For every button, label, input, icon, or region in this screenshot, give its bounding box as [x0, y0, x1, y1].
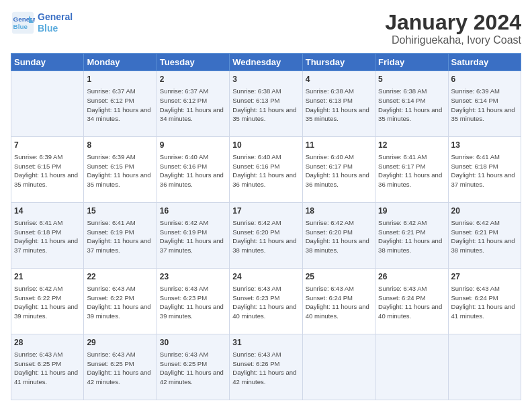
calendar-cell — [375, 334, 448, 400]
svg-text:Blue: Blue — [13, 23, 28, 30]
cell-info: Sunrise: 6:42 AMSunset: 6:20 PMDaylight:… — [306, 218, 372, 255]
day-number: 17 — [232, 205, 299, 217]
day-number: 14 — [14, 205, 81, 217]
day-number: 6 — [451, 74, 518, 85]
cell-info: Sunrise: 6:43 AMSunset: 6:26 PMDaylight:… — [232, 350, 299, 387]
header-cell-thursday: Thursday — [302, 54, 375, 71]
header-cell-tuesday: Tuesday — [157, 54, 229, 71]
calendar-cell: 27Sunrise: 6:43 AMSunset: 6:24 PMDayligh… — [448, 269, 521, 334]
header-cell-monday: Monday — [84, 54, 157, 71]
calendar-cell: 19Sunrise: 6:42 AMSunset: 6:21 PMDayligh… — [375, 203, 448, 269]
cell-info: Sunrise: 6:39 AMSunset: 6:14 PMDaylight:… — [451, 87, 518, 124]
calendar-cell: 26Sunrise: 6:43 AMSunset: 6:24 PMDayligh… — [375, 269, 448, 334]
day-number: 2 — [160, 74, 226, 85]
title-block: January 2024 Dohiriguekaha, Ivory Coast — [385, 11, 521, 46]
day-number: 11 — [306, 140, 372, 151]
calendar-cell: 15Sunrise: 6:41 AMSunset: 6:19 PMDayligh… — [84, 203, 157, 269]
page: General Blue General Blue January 2024 D… — [0, 0, 532, 411]
day-number: 31 — [232, 337, 299, 349]
calendar-subtitle: Dohiriguekaha, Ivory Coast — [385, 34, 521, 46]
header: General Blue General Blue January 2024 D… — [11, 11, 521, 46]
day-number: 13 — [451, 140, 518, 151]
calendar-cell: 11Sunrise: 6:40 AMSunset: 6:17 PMDayligh… — [302, 137, 375, 203]
day-number: 12 — [378, 140, 445, 151]
day-number: 22 — [87, 271, 153, 283]
calendar-cell: 10Sunrise: 6:40 AMSunset: 6:16 PMDayligh… — [230, 137, 302, 203]
calendar-cell: 2Sunrise: 6:37 AMSunset: 6:12 PMDaylight… — [157, 71, 229, 137]
cell-info: Sunrise: 6:43 AMSunset: 6:23 PMDaylight:… — [160, 284, 226, 321]
cell-info: Sunrise: 6:42 AMSunset: 6:20 PMDaylight:… — [232, 218, 299, 255]
week-row-1: 7Sunrise: 6:39 AMSunset: 6:15 PMDaylight… — [11, 137, 521, 203]
cell-info: Sunrise: 6:42 AMSunset: 6:22 PMDaylight:… — [14, 284, 81, 321]
day-number: 10 — [232, 140, 299, 151]
cell-info: Sunrise: 6:42 AMSunset: 6:19 PMDaylight:… — [160, 218, 226, 255]
calendar-cell: 4Sunrise: 6:38 AMSunset: 6:13 PMDaylight… — [302, 71, 375, 137]
day-number: 24 — [232, 271, 299, 283]
calendar-cell: 12Sunrise: 6:41 AMSunset: 6:17 PMDayligh… — [375, 137, 448, 203]
cell-info: Sunrise: 6:38 AMSunset: 6:13 PMDaylight:… — [306, 87, 372, 124]
cell-info: Sunrise: 6:41 AMSunset: 6:18 PMDaylight:… — [451, 152, 518, 189]
cell-info: Sunrise: 6:39 AMSunset: 6:15 PMDaylight:… — [14, 152, 81, 189]
day-number: 21 — [14, 271, 81, 283]
cell-info: Sunrise: 6:40 AMSunset: 6:17 PMDaylight:… — [306, 152, 372, 189]
day-number: 9 — [160, 140, 226, 151]
day-number: 16 — [160, 205, 226, 217]
cell-info: Sunrise: 6:43 AMSunset: 6:25 PMDaylight:… — [160, 350, 226, 387]
calendar-cell: 8Sunrise: 6:39 AMSunset: 6:15 PMDaylight… — [84, 137, 157, 203]
calendar-cell — [448, 334, 521, 400]
cell-info: Sunrise: 6:43 AMSunset: 6:25 PMDaylight:… — [14, 350, 81, 387]
day-number: 15 — [87, 205, 153, 217]
week-row-3: 21Sunrise: 6:42 AMSunset: 6:22 PMDayligh… — [11, 269, 521, 334]
calendar-cell: 30Sunrise: 6:43 AMSunset: 6:25 PMDayligh… — [157, 334, 229, 400]
calendar-cell: 1Sunrise: 6:37 AMSunset: 6:12 PMDaylight… — [84, 71, 157, 137]
header-cell-saturday: Saturday — [448, 54, 521, 71]
cell-info: Sunrise: 6:38 AMSunset: 6:14 PMDaylight:… — [378, 87, 445, 124]
day-number: 4 — [306, 74, 372, 85]
calendar-cell: 7Sunrise: 6:39 AMSunset: 6:15 PMDaylight… — [11, 137, 84, 203]
day-number: 26 — [378, 271, 445, 283]
calendar-table: SundayMondayTuesdayWednesdayThursdayFrid… — [11, 53, 521, 400]
day-number: 1 — [87, 74, 153, 85]
header-cell-sunday: Sunday — [11, 54, 84, 71]
cell-info: Sunrise: 6:39 AMSunset: 6:15 PMDaylight:… — [87, 152, 153, 189]
day-number: 5 — [378, 74, 445, 85]
logo-text: General — [38, 11, 73, 23]
day-number: 8 — [87, 140, 153, 151]
cell-info: Sunrise: 6:42 AMSunset: 6:21 PMDaylight:… — [378, 218, 445, 255]
day-number: 30 — [160, 337, 226, 349]
cell-info: Sunrise: 6:41 AMSunset: 6:17 PMDaylight:… — [378, 152, 445, 189]
day-number: 27 — [451, 271, 518, 283]
cell-info: Sunrise: 6:43 AMSunset: 6:24 PMDaylight:… — [378, 284, 445, 321]
cell-info: Sunrise: 6:43 AMSunset: 6:25 PMDaylight:… — [87, 350, 153, 387]
calendar-cell: 21Sunrise: 6:42 AMSunset: 6:22 PMDayligh… — [11, 269, 84, 334]
day-number: 25 — [306, 271, 372, 283]
day-number: 7 — [14, 140, 81, 151]
day-number: 19 — [378, 205, 445, 217]
day-number: 29 — [87, 337, 153, 349]
cell-info: Sunrise: 6:37 AMSunset: 6:12 PMDaylight:… — [160, 87, 226, 124]
week-row-0: 1Sunrise: 6:37 AMSunset: 6:12 PMDaylight… — [11, 71, 521, 137]
calendar-cell: 16Sunrise: 6:42 AMSunset: 6:19 PMDayligh… — [157, 203, 229, 269]
cell-info: Sunrise: 6:38 AMSunset: 6:13 PMDaylight:… — [232, 87, 299, 124]
cell-info: Sunrise: 6:43 AMSunset: 6:22 PMDaylight:… — [87, 284, 153, 321]
day-number: 23 — [160, 271, 226, 283]
cell-info: Sunrise: 6:40 AMSunset: 6:16 PMDaylight:… — [232, 152, 299, 189]
cell-info: Sunrise: 6:43 AMSunset: 6:24 PMDaylight:… — [451, 284, 518, 321]
calendar-cell: 5Sunrise: 6:38 AMSunset: 6:14 PMDaylight… — [375, 71, 448, 137]
calendar-cell: 29Sunrise: 6:43 AMSunset: 6:25 PMDayligh… — [84, 334, 157, 400]
week-row-2: 14Sunrise: 6:41 AMSunset: 6:18 PMDayligh… — [11, 203, 521, 269]
calendar-cell: 17Sunrise: 6:42 AMSunset: 6:20 PMDayligh… — [230, 203, 302, 269]
calendar-cell: 31Sunrise: 6:43 AMSunset: 6:26 PMDayligh… — [230, 334, 302, 400]
logo-subtext: Blue — [38, 23, 73, 34]
calendar-cell: 24Sunrise: 6:43 AMSunset: 6:23 PMDayligh… — [230, 269, 302, 334]
calendar-cell: 18Sunrise: 6:42 AMSunset: 6:20 PMDayligh… — [302, 203, 375, 269]
calendar-cell: 20Sunrise: 6:42 AMSunset: 6:21 PMDayligh… — [448, 203, 521, 269]
calendar-cell — [302, 334, 375, 400]
calendar-cell: 22Sunrise: 6:43 AMSunset: 6:22 PMDayligh… — [84, 269, 157, 334]
logo-icon: General Blue — [11, 11, 35, 35]
cell-info: Sunrise: 6:43 AMSunset: 6:24 PMDaylight:… — [306, 284, 372, 321]
calendar-cell — [11, 71, 84, 137]
cell-info: Sunrise: 6:37 AMSunset: 6:12 PMDaylight:… — [87, 87, 153, 124]
header-row: SundayMondayTuesdayWednesdayThursdayFrid… — [11, 54, 521, 71]
calendar-cell: 23Sunrise: 6:43 AMSunset: 6:23 PMDayligh… — [157, 269, 229, 334]
